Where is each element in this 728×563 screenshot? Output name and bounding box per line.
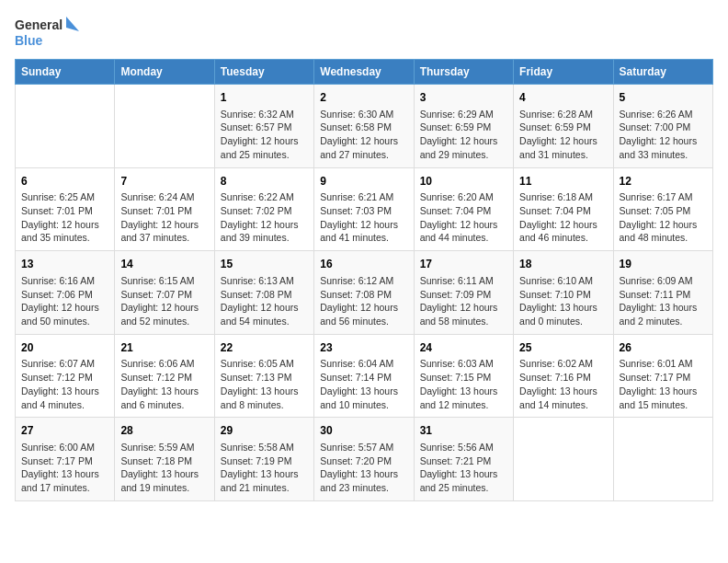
calendar-cell: 6Sunrise: 6:25 AM Sunset: 7:01 PM Daylig…	[16, 167, 115, 251]
calendar-cell: 8Sunrise: 6:22 AM Sunset: 7:02 PM Daylig…	[214, 167, 313, 251]
cell-content: Sunrise: 6:30 AM Sunset: 6:58 PM Dayligh…	[320, 108, 407, 162]
calendar-cell	[115, 85, 214, 168]
day-number: 8	[221, 174, 308, 190]
day-number: 4	[519, 90, 607, 106]
cell-content: Sunrise: 6:25 AM Sunset: 7:01 PM Dayligh…	[21, 190, 108, 245]
cell-content: Sunrise: 5:56 AM Sunset: 7:21 PM Dayligh…	[420, 441, 507, 495]
cell-content: Sunrise: 6:21 AM Sunset: 7:03 PM Dayligh…	[320, 190, 407, 245]
calendar-cell: 7Sunrise: 6:24 AM Sunset: 7:01 PM Daylig…	[115, 167, 214, 251]
day-number: 22	[221, 340, 308, 356]
cell-content: Sunrise: 6:20 AM Sunset: 7:04 PM Dayligh…	[420, 190, 507, 245]
cell-content: Sunrise: 6:04 AM Sunset: 7:14 PM Dayligh…	[320, 357, 407, 411]
cell-content: Sunrise: 5:58 AM Sunset: 7:19 PM Dayligh…	[221, 441, 308, 495]
calendar-cell: 15Sunrise: 6:13 AM Sunset: 7:08 PM Dayli…	[214, 251, 313, 335]
calendar-cell: 25Sunrise: 6:02 AM Sunset: 7:16 PM Dayli…	[514, 334, 613, 418]
calendar-cell: 24Sunrise: 6:03 AM Sunset: 7:15 PM Dayli…	[414, 334, 513, 418]
day-number: 21	[120, 340, 208, 356]
cell-content: Sunrise: 6:09 AM Sunset: 7:11 PM Dayligh…	[620, 274, 707, 328]
cell-content: Sunrise: 6:12 AM Sunset: 7:08 PM Dayligh…	[320, 274, 407, 328]
day-number: 10	[420, 174, 507, 190]
day-header-friday: Friday	[514, 60, 613, 85]
cell-content: Sunrise: 6:17 AM Sunset: 7:05 PM Dayligh…	[620, 190, 707, 245]
day-number: 27	[21, 423, 108, 439]
day-number: 11	[519, 174, 607, 190]
day-header-sunday: Sunday	[16, 60, 115, 85]
day-number: 7	[120, 174, 208, 190]
calendar-cell: 26Sunrise: 6:01 AM Sunset: 7:17 PM Dayli…	[613, 334, 712, 418]
day-number: 13	[21, 257, 108, 272]
calendar-cell: 31Sunrise: 5:56 AM Sunset: 7:21 PM Dayli…	[414, 418, 513, 501]
logo: GeneralBlue	[15, 15, 84, 50]
cell-content: Sunrise: 6:22 AM Sunset: 7:02 PM Dayligh…	[221, 190, 308, 245]
day-number: 24	[420, 340, 507, 356]
cell-content: Sunrise: 6:24 AM Sunset: 7:01 PM Dayligh…	[120, 190, 208, 245]
week-row-5: 27Sunrise: 6:00 AM Sunset: 7:17 PM Dayli…	[16, 418, 713, 501]
day-number: 12	[620, 174, 707, 190]
logo-icon: GeneralBlue	[15, 15, 84, 50]
cell-content: Sunrise: 6:02 AM Sunset: 7:16 PM Dayligh…	[519, 357, 607, 411]
week-row-4: 20Sunrise: 6:07 AM Sunset: 7:12 PM Dayli…	[16, 334, 713, 418]
day-number: 29	[221, 423, 308, 439]
day-number: 16	[320, 257, 407, 272]
calendar-cell: 14Sunrise: 6:15 AM Sunset: 7:07 PM Dayli…	[115, 251, 214, 335]
calendar-cell: 9Sunrise: 6:21 AM Sunset: 7:03 PM Daylig…	[314, 167, 414, 251]
calendar-cell: 2Sunrise: 6:30 AM Sunset: 6:58 PM Daylig…	[314, 85, 414, 168]
svg-marker-2	[66, 17, 79, 31]
day-number: 28	[120, 423, 208, 439]
cell-content: Sunrise: 6:05 AM Sunset: 7:13 PM Dayligh…	[221, 357, 308, 411]
day-number: 1	[221, 90, 308, 106]
cell-content: Sunrise: 6:16 AM Sunset: 7:06 PM Dayligh…	[21, 274, 108, 328]
cell-content: Sunrise: 6:00 AM Sunset: 7:17 PM Dayligh…	[21, 441, 108, 495]
calendar-cell: 21Sunrise: 6:06 AM Sunset: 7:12 PM Dayli…	[115, 334, 214, 418]
calendar-cell: 17Sunrise: 6:11 AM Sunset: 7:09 PM Dayli…	[414, 251, 513, 335]
day-header-wednesday: Wednesday	[314, 60, 414, 85]
cell-content: Sunrise: 6:13 AM Sunset: 7:08 PM Dayligh…	[221, 274, 308, 328]
cell-content: Sunrise: 6:10 AM Sunset: 7:10 PM Dayligh…	[519, 274, 607, 328]
day-header-saturday: Saturday	[613, 60, 712, 85]
calendar-cell	[514, 418, 613, 501]
calendar-cell: 27Sunrise: 6:00 AM Sunset: 7:17 PM Dayli…	[16, 418, 115, 501]
day-number: 30	[320, 423, 407, 439]
day-header-thursday: Thursday	[414, 60, 513, 85]
calendar-cell	[16, 85, 115, 168]
day-number: 25	[519, 340, 607, 356]
cell-content: Sunrise: 6:01 AM Sunset: 7:17 PM Dayligh…	[620, 357, 707, 411]
week-row-3: 13Sunrise: 6:16 AM Sunset: 7:06 PM Dayli…	[16, 251, 713, 335]
day-number: 6	[21, 174, 108, 190]
cell-content: Sunrise: 6:07 AM Sunset: 7:12 PM Dayligh…	[21, 357, 108, 411]
cell-content: Sunrise: 6:11 AM Sunset: 7:09 PM Dayligh…	[420, 274, 507, 328]
calendar-cell: 30Sunrise: 5:57 AM Sunset: 7:20 PM Dayli…	[314, 418, 414, 501]
day-number: 23	[320, 340, 407, 356]
calendar-cell: 28Sunrise: 5:59 AM Sunset: 7:18 PM Dayli…	[115, 418, 214, 501]
cell-content: Sunrise: 6:06 AM Sunset: 7:12 PM Dayligh…	[120, 357, 208, 411]
calendar-cell: 1Sunrise: 6:32 AM Sunset: 6:57 PM Daylig…	[214, 85, 313, 168]
week-row-1: 1Sunrise: 6:32 AM Sunset: 6:57 PM Daylig…	[16, 85, 713, 168]
cell-content: Sunrise: 6:15 AM Sunset: 7:07 PM Dayligh…	[120, 274, 208, 328]
day-number: 2	[320, 90, 407, 106]
calendar-cell: 5Sunrise: 6:26 AM Sunset: 7:00 PM Daylig…	[613, 85, 712, 168]
day-number: 31	[420, 423, 507, 439]
calendar-cell: 16Sunrise: 6:12 AM Sunset: 7:08 PM Dayli…	[314, 251, 414, 335]
calendar-cell: 29Sunrise: 5:58 AM Sunset: 7:19 PM Dayli…	[214, 418, 313, 501]
cell-content: Sunrise: 6:29 AM Sunset: 6:59 PM Dayligh…	[420, 108, 507, 162]
calendar-cell	[613, 418, 712, 501]
cell-content: Sunrise: 6:26 AM Sunset: 7:00 PM Dayligh…	[620, 108, 707, 162]
day-header-tuesday: Tuesday	[214, 60, 313, 85]
day-number: 5	[620, 90, 707, 106]
calendar-cell: 10Sunrise: 6:20 AM Sunset: 7:04 PM Dayli…	[414, 167, 513, 251]
day-number: 14	[120, 257, 208, 272]
calendar-cell: 18Sunrise: 6:10 AM Sunset: 7:10 PM Dayli…	[514, 251, 613, 335]
day-number: 15	[221, 257, 308, 272]
calendar-cell: 20Sunrise: 6:07 AM Sunset: 7:12 PM Dayli…	[16, 334, 115, 418]
cell-content: Sunrise: 6:03 AM Sunset: 7:15 PM Dayligh…	[420, 357, 507, 411]
cell-content: Sunrise: 6:18 AM Sunset: 7:04 PM Dayligh…	[519, 190, 607, 245]
header: GeneralBlue	[15, 15, 713, 50]
header-row: SundayMondayTuesdayWednesdayThursdayFrid…	[16, 60, 713, 85]
calendar-cell: 3Sunrise: 6:29 AM Sunset: 6:59 PM Daylig…	[414, 85, 513, 168]
day-number: 19	[620, 257, 707, 272]
calendar-cell: 19Sunrise: 6:09 AM Sunset: 7:11 PM Dayli…	[613, 251, 712, 335]
calendar-cell: 11Sunrise: 6:18 AM Sunset: 7:04 PM Dayli…	[514, 167, 613, 251]
calendar-cell: 4Sunrise: 6:28 AM Sunset: 6:59 PM Daylig…	[514, 85, 613, 168]
svg-text:Blue: Blue	[15, 33, 43, 48]
day-header-monday: Monday	[115, 60, 214, 85]
